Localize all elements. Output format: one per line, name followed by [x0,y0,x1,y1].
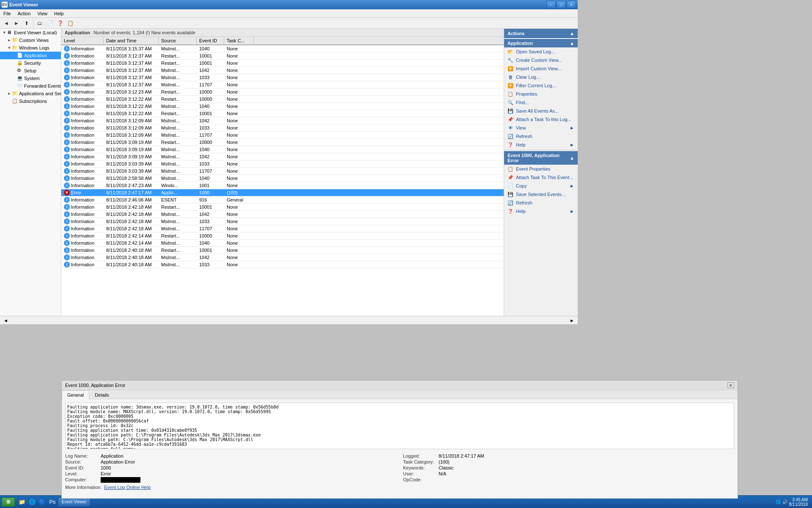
tree-setup[interactable]: ⚙ Setup [0,67,61,75]
subscriptions-icon: 📋 [12,98,18,104]
toolbar-action1[interactable]: 📄 [45,19,55,28]
menu-view[interactable]: View [34,9,51,17]
action-help-app[interactable]: ❓ Help ► [504,141,578,149]
viewer-icon: 🖥 [7,30,13,36]
action-find[interactable]: 🔍 Find... [504,98,578,107]
table-row[interactable]: i Information 8/11/2018 2:40:18 AM Resta… [61,247,504,254]
tree-windows-logs[interactable]: ▼ 📁 Windows Logs [0,44,61,52]
table-row[interactable]: i Information 8/11/2018 2:42:18 AM MsiIn… [61,225,504,232]
toolbar-back[interactable]: ◄ [2,19,11,28]
tree-app-services[interactable]: ► 📁 Applications and Services Lo... [0,90,61,97]
action-filter-log[interactable]: 🔽 Filter Current Log... [504,81,578,90]
table-row[interactable]: i Information 8/11/2018 3:12:37 AM Resta… [61,60,504,67]
action-refresh-app[interactable]: 🔄 Refresh [504,132,578,141]
table-row[interactable]: i Information 8/11/2018 2:40:18 AM MsiIn… [61,254,504,261]
table-row[interactable]: i Information 8/11/2018 3:03:39 AM MsiIn… [61,168,504,175]
table-row[interactable]: i Information 8/11/2018 2:58:58 AM MsiIn… [61,175,504,182]
minimize-button[interactable]: − [546,1,556,8]
level-text: Information [71,212,94,217]
tree-forwarded-events[interactable]: 📨 Forwarded Events [0,82,61,90]
tree-label-event-viewer: Event Viewer (Local) [14,30,57,35]
table-row[interactable]: i Information 8/11/2018 2:40:18 AM MsiIn… [61,261,504,268]
tree-system[interactable]: 💻 System [0,75,61,82]
action-copy[interactable]: 📄 Copy ► [504,182,578,190]
tree-subscriptions[interactable]: 📋 Subscriptions [0,97,61,105]
cell-task: None [224,125,254,131]
level-icon: i [64,103,70,109]
action-clear-log[interactable]: 🗑 Clear Log... [504,73,578,81]
table-row[interactable]: i Information 8/11/2018 3:12:23 AM Resta… [61,88,504,96]
cell-task: None [224,182,254,188]
cell-source: MsiInst... [159,154,197,160]
table-row[interactable]: i Information 8/11/2018 2:42:18 AM MsiIn… [61,218,504,225]
action-save-events[interactable]: 💾 Save All Events As... [504,107,578,115]
table-row[interactable]: i Information 8/11/2018 2:42:14 AM Resta… [61,232,504,240]
toolbar-up[interactable]: ⬆ [22,19,31,28]
action-properties[interactable]: 📋 Properties [504,90,578,98]
table-row[interactable]: i Information 8/11/2018 3:12:22 AM MsiIn… [61,103,504,110]
action-help-event[interactable]: ❓ Help ► [504,207,578,215]
table-row[interactable]: i Information 8/11/2018 2:47:23 AM Windo… [61,182,504,189]
toolbar-copy[interactable]: 📋 [66,19,75,28]
submenu-arrow: ► [570,125,574,130]
attach-event-icon: 📌 [508,174,513,180]
folder-icon: 📁 [12,37,18,43]
menu-action[interactable]: Action [14,9,34,17]
cell-source: MsiInst... [159,82,197,88]
col-header-eventid[interactable]: Event ID [197,37,224,44]
col-header-date[interactable]: Date and Time [104,37,159,44]
tree-custom-views[interactable]: ► 📁 Custom Views [0,36,61,44]
table-row[interactable]: i Information 8/11/2018 3:12:22 AM Resta… [61,110,504,117]
table-row[interactable]: i Information 8/11/2018 2:42:18 AM MsiIn… [61,211,504,218]
table-row[interactable]: i Information 8/11/2018 2:42:14 AM MsiIn… [61,240,504,247]
table-row[interactable]: i Information 8/11/2018 3:09:19 AM Resta… [61,139,504,146]
toolbar-help[interactable]: ❓ [55,19,65,28]
action-refresh-event[interactable]: 🔄 Refresh [504,199,578,207]
table-row[interactable]: i Information 8/11/2018 3:03:39 AM MsiIn… [61,160,504,168]
cell-source: MsiInst... [159,218,197,224]
cell-level: i Information [61,225,104,232]
table-row[interactable]: i Information 8/11/2018 3:12:22 AM Resta… [61,96,504,103]
table-row[interactable]: i Information 8/11/2018 3:12:09 AM MsiIn… [61,132,504,139]
col-header-task[interactable]: Task C... [224,37,254,44]
close-button[interactable]: × [567,1,576,8]
action-view[interactable]: 👁 View ► [504,124,578,132]
table-row[interactable]: i Information 8/11/2018 3:12:37 AM MsiIn… [61,81,504,88]
menu-file[interactable]: File [0,9,14,17]
toolbar-forward[interactable]: ► [12,19,21,28]
action-attach-task[interactable]: 📌 Attach a Task To this Log... [504,115,578,124]
level-text: Information [71,233,94,238]
action-create-custom-view[interactable]: 🔧 Create Custom View... [504,56,578,64]
tree-event-viewer[interactable]: ▼ 🖥 Event Viewer (Local) [0,29,61,36]
col-header-source[interactable]: Source [159,37,197,44]
maximize-button[interactable]: □ [557,1,566,8]
table-row[interactable]: i Information 8/11/2018 3:12:37 AM Resta… [61,52,504,60]
action-save-selected[interactable]: 💾 Save Selected Events... [504,190,578,199]
cell-source: ESENT [159,197,197,203]
table-row[interactable]: i Information 8/11/2018 3:09:19 AM MsiIn… [61,153,504,160]
table-row[interactable]: i Information 8/11/2018 3:12:37 AM MsiIn… [61,67,504,74]
cell-source: MsiInst... [159,146,197,152]
table-row[interactable]: i Information 8/11/2018 3:12:09 AM MsiIn… [61,117,504,124]
action-import-custom-view[interactable]: 🔽 Import Custom View... [504,64,578,73]
cell-eventid: 1033 [197,262,224,268]
toolbar-scope[interactable]: 🗂 [35,19,44,28]
table-row[interactable]: i Information 8/11/2018 2:42:18 AM Resta… [61,204,504,211]
tree-application[interactable]: 📄 Application [0,52,61,59]
action-attach-task-event[interactable]: 📌 Attach Task To This Event... [504,173,578,182]
action-event-properties[interactable]: 📋 Event Properties [504,165,578,173]
level-text: Information [71,140,94,145]
table-row[interactable]: i Information 8/11/2018 3:15:37 AM MsiIn… [61,45,504,52]
section-expand-icon: ▲ [570,41,574,46]
action-open-saved-log[interactable]: 📂 Open Saved Log... [504,47,578,56]
table-row[interactable]: i Information 8/11/2018 3:12:09 AM MsiIn… [61,124,504,132]
table-row[interactable]: i Information 8/11/2018 3:12:37 AM MsiIn… [61,74,504,81]
table-row[interactable]: i Information 8/11/2018 3:09:19 AM MsiIn… [61,146,504,153]
table-row[interactable]: i Information 8/11/2018 2:46:06 AM ESENT… [61,196,504,204]
find-icon: 🔍 [508,99,513,105]
menu-help[interactable]: Help [51,9,67,17]
col-header-level[interactable]: Level [61,37,104,44]
cell-eventid: 11707 [197,82,224,88]
table-row[interactable]: ✕ Error 8/11/2018 2:47:17 AM Applic... 1… [61,189,504,196]
tree-security[interactable]: 🔒 Security [0,59,61,67]
